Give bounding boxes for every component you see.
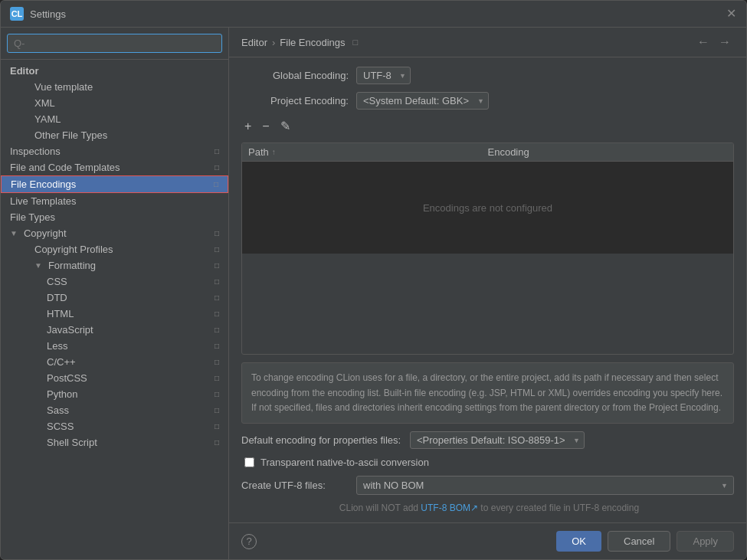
sidebar-item-copyright[interactable]: ▼ Copyright □ xyxy=(1,225,228,241)
postcss-icon: □ xyxy=(215,374,219,382)
remove-button[interactable]: − xyxy=(259,118,272,135)
sidebar-item-inspections[interactable]: Inspections □ xyxy=(1,143,228,159)
path-sort-icon: ↑ xyxy=(272,148,276,156)
copyright-label-wrap: ▼ Copyright xyxy=(10,228,67,239)
sidebar-item-file-types[interactable]: File Types xyxy=(1,209,228,225)
apply-button[interactable]: Apply xyxy=(677,531,734,552)
info-box: To change encoding CLion uses for a file… xyxy=(241,362,734,424)
formatting-expand-icon: ▼ xyxy=(34,261,42,270)
app-icon: CL xyxy=(10,7,24,21)
breadcrumb-separator: › xyxy=(272,37,275,48)
sidebar-item-label: YAML xyxy=(34,113,61,125)
breadcrumb: Editor › File Encodings □ xyxy=(241,37,358,48)
sidebar-item-shell-script[interactable]: Shell Script □ xyxy=(1,434,228,450)
breadcrumb-current: File Encodings xyxy=(280,37,345,48)
search-input[interactable] xyxy=(7,34,222,53)
sidebar-item-scss[interactable]: SCSS □ xyxy=(1,418,228,434)
project-encoding-select[interactable]: <System Default: GBK> xyxy=(356,92,489,110)
nav-back-button[interactable]: ← xyxy=(694,34,713,51)
sidebar-item-html[interactable]: HTML □ xyxy=(1,306,228,322)
ok-button[interactable]: OK xyxy=(556,531,601,552)
sidebar-item-label: XML xyxy=(34,97,55,109)
sidebar-item-sass[interactable]: Sass □ xyxy=(1,402,228,418)
sidebar-item-label: Formatting xyxy=(48,260,96,271)
sidebar-item-label: File Encodings xyxy=(11,178,76,190)
panel-body: Global Encoding: UTF-8 Project Encoding:… xyxy=(229,57,746,522)
help-button[interactable]: ? xyxy=(241,534,257,549)
bom-link[interactable]: UTF-8 BOM xyxy=(421,503,470,513)
html-icon: □ xyxy=(215,309,219,318)
sidebar-item-javascript[interactable]: JavaScript □ xyxy=(1,322,228,338)
nav-forward-button[interactable]: → xyxy=(716,34,734,51)
right-panel: Editor › File Encodings □ ← → Global Enc… xyxy=(229,28,746,559)
sidebar-item-editor[interactable]: Editor xyxy=(1,63,228,79)
python-icon: □ xyxy=(215,390,219,398)
cancel-button[interactable]: Cancel xyxy=(608,531,670,552)
copyright-profiles-icon: □ xyxy=(215,245,219,254)
sidebar-item-less[interactable]: Less □ xyxy=(1,338,228,354)
edit-button[interactable]: ✎ xyxy=(277,117,293,135)
toolbar-row: + − ✎ xyxy=(241,117,734,135)
breadcrumb-parent: Editor xyxy=(241,37,267,48)
table-header-path: Path ↑ xyxy=(248,146,488,158)
create-utf8-row: Create UTF-8 files: with NO BOM with BOM xyxy=(241,476,734,495)
settings-dialog: CL Settings ✕ Editor Vue template XML xyxy=(0,0,747,560)
sidebar-item-dtd[interactable]: DTD □ xyxy=(1,290,228,306)
dialog-title: Settings xyxy=(30,8,66,20)
c-cpp-icon: □ xyxy=(215,358,219,366)
sidebar-item-formatting[interactable]: ▼ Formatting □ xyxy=(1,257,228,273)
sidebar-item-label: Copyright Profiles xyxy=(34,244,113,255)
create-utf8-select[interactable]: with NO BOM with BOM xyxy=(356,476,734,495)
sidebar-item-python[interactable]: Python □ xyxy=(1,386,228,402)
shell-script-icon: □ xyxy=(215,438,219,447)
bom-note-prefix: CLion will NOT add xyxy=(339,503,421,513)
sidebar-item-other-file-types[interactable]: Other File Types xyxy=(1,127,228,143)
sidebar-item-label: DTD xyxy=(47,292,67,303)
formatting-label-wrap: ▼ Formatting xyxy=(34,260,96,271)
css-icon: □ xyxy=(215,277,219,286)
empty-message: Encodings are not configured xyxy=(423,202,552,214)
sidebar-item-label: Other File Types xyxy=(34,129,107,141)
transparent-checkbox[interactable] xyxy=(244,457,254,467)
create-utf8-label: Create UTF-8 files: xyxy=(241,480,349,491)
transparent-label[interactable]: Transparent native-to-ascii conversion xyxy=(260,457,429,468)
global-encoding-select[interactable]: UTF-8 xyxy=(356,67,411,84)
sidebar-item-label: PostCSS xyxy=(47,372,87,384)
sidebar-item-label: Live Templates xyxy=(10,195,76,207)
panel-header: Editor › File Encodings □ ← → xyxy=(229,28,746,57)
create-utf8-select-wrap: with NO BOM with BOM xyxy=(356,476,734,495)
sidebar-item-label: Shell Script xyxy=(47,437,97,448)
sidebar-item-vue-template[interactable]: Vue template xyxy=(1,79,228,95)
scss-icon: □ xyxy=(215,422,219,431)
title-bar-left: CL Settings xyxy=(10,7,66,21)
sidebar-item-label: SCSS xyxy=(47,421,74,432)
global-encoding-label: Global Encoding: xyxy=(241,70,349,81)
sidebar-item-file-code-templates[interactable]: File and Code Templates □ xyxy=(1,159,228,175)
sidebar-item-label: File Types xyxy=(10,211,55,223)
sidebar-item-xml[interactable]: XML xyxy=(1,95,228,111)
close-button[interactable]: ✕ xyxy=(725,8,737,20)
sidebar-item-c-cpp[interactable]: C/C++ □ xyxy=(1,354,228,370)
sidebar: Editor Vue template XML YAML Other File … xyxy=(1,28,229,559)
default-encoding-select[interactable]: <Properties Default: ISO-8859-1> xyxy=(410,431,585,449)
sidebar-item-label: File and Code Templates xyxy=(10,162,120,173)
sidebar-item-label: Sass xyxy=(47,404,69,416)
inspections-icon: □ xyxy=(215,147,219,156)
sidebar-item-label: CSS xyxy=(47,276,67,287)
table-header: Path ↑ Encoding xyxy=(242,143,733,162)
title-bar: CL Settings ✕ xyxy=(1,1,746,28)
sidebar-item-css[interactable]: CSS □ xyxy=(1,273,228,290)
sidebar-tree: Editor Vue template XML YAML Other File … xyxy=(1,60,228,559)
sidebar-item-postcss[interactable]: PostCSS □ xyxy=(1,370,228,386)
sidebar-item-file-encodings[interactable]: File Encodings □ xyxy=(1,175,228,193)
add-button[interactable]: + xyxy=(241,118,254,135)
encodings-table: Path ↑ Encoding Encodings are not config… xyxy=(241,142,734,355)
action-buttons: OK Cancel Apply xyxy=(556,531,734,552)
sidebar-item-label: Python xyxy=(47,388,77,400)
sidebar-item-yaml[interactable]: YAML xyxy=(1,111,228,127)
sidebar-item-live-templates[interactable]: Live Templates xyxy=(1,193,228,209)
project-encoding-label: Project Encoding: xyxy=(241,95,349,106)
default-encoding-select-wrap: <Properties Default: ISO-8859-1> xyxy=(410,431,585,449)
transparent-row: Transparent native-to-ascii conversion xyxy=(241,457,734,468)
sidebar-item-copyright-profiles[interactable]: Copyright Profiles □ xyxy=(1,241,228,257)
